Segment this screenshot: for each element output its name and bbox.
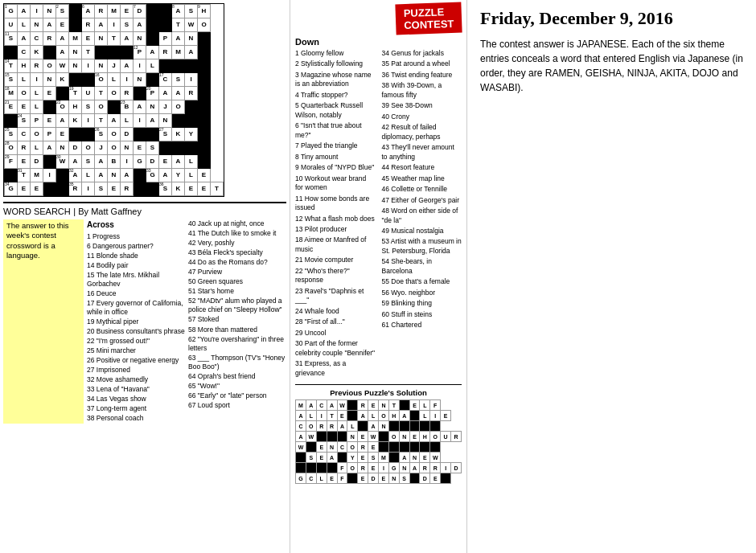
down-clues-container: 1 Gloomy fellow2 Stylistically following… [295, 49, 462, 379]
prev-puzzle: Previous Puzzle's Solution MACAWRENTELFA… [295, 384, 462, 484]
down-label: Down [295, 37, 462, 47]
contest-badge: PUZZLECONTEST [395, 2, 462, 35]
across-clues-col2: 40 Jack up at night, once41 The Dutch li… [188, 219, 286, 424]
across-label: Across [87, 219, 185, 231]
answer-label: The answer to this week's contest crossw… [6, 221, 69, 260]
right-panel: Friday, December 9, 2016 The contest ans… [466, 0, 756, 553]
crossword-grid: 1GAIN2S6ARME7D8AS9HULNAERAISATWO11SACRAM… [3, 3, 224, 197]
page-title: Friday, December 9, 2016 [480, 8, 743, 29]
left-panel: 1GAIN2S6ARME7D8AS9HULNAERAISATWO11SACRAM… [0, 0, 290, 553]
prev-puzzle-title: Previous Puzzle's Solution [295, 388, 462, 397]
middle-panel: PUZZLECONTEST Down 1 Gloomy fellow2 Styl… [290, 0, 466, 553]
word-search-title: WORD SEARCH [3, 207, 71, 216]
word-search-header: WORD SEARCH | By Matt Gaffney [3, 202, 286, 217]
ws-answer-box: The answer to this week's contest crossw… [3, 219, 84, 424]
down-clues-col2: 34 Genus for jackals35 Pat around a whee… [382, 49, 462, 379]
across-clues-col: Across 1 Progress6 Dangerous partner?11 … [87, 219, 185, 424]
contest-answer-text: The contest answer is JAPANESE. Each of … [480, 37, 743, 95]
word-search-author: By Matt Gaffney [78, 207, 142, 216]
down-clues-col1: 1 Gloomy fellow2 Stylistically following… [295, 49, 376, 379]
ws-clues: Across 1 Progress6 Dangerous partner?11 … [87, 219, 286, 424]
word-search-content: The answer to this week's contest crossw… [3, 219, 286, 424]
